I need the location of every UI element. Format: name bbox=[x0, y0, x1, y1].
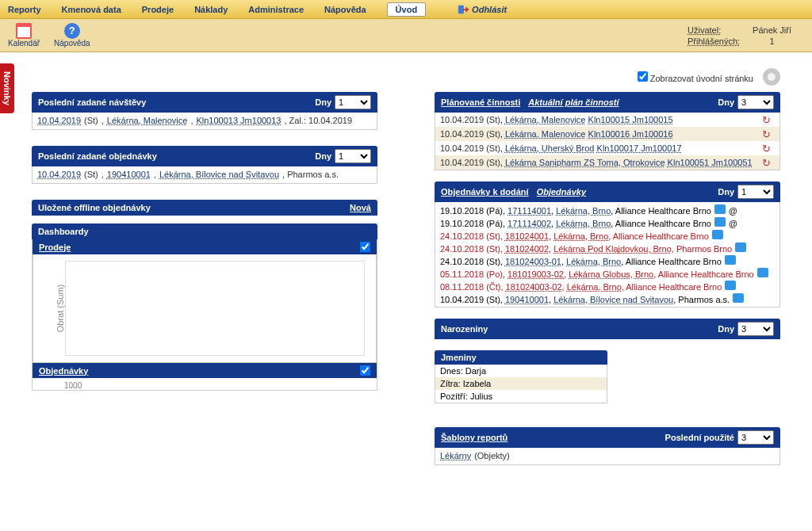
reports-count-select[interactable]: 3 bbox=[737, 430, 774, 445]
logout-icon bbox=[458, 4, 469, 15]
plan-pharmacy[interactable]: Lékárna Sanipharm ZS Toma, Otrokovice bbox=[505, 158, 665, 167]
panel-title: Poslední zadané objednávky bbox=[38, 151, 157, 161]
reports-title[interactable]: Šablony reportů bbox=[441, 433, 508, 442]
plan-code[interactable]: Kln100017 Jm100017 bbox=[597, 143, 682, 153]
deliver-pharmacy[interactable]: Lékárna, Brno bbox=[556, 206, 611, 216]
menu-uvod[interactable]: Úvod bbox=[387, 2, 427, 17]
plan-code[interactable]: Kln100051 Jm100051 bbox=[668, 158, 753, 167]
refresh-icon[interactable] bbox=[762, 128, 775, 139]
help-icon: ? bbox=[64, 23, 80, 39]
show-intro-toggle[interactable]: Zobrazovat úvodní stránku bbox=[638, 71, 753, 83]
deliver-pharmacy[interactable]: Lékárna Globus, Brno bbox=[569, 269, 653, 279]
plan-pharmacy[interactable]: Lékárna, Malenovice bbox=[505, 115, 586, 124]
menu-kmenova[interactable]: Kmenová data bbox=[62, 5, 121, 14]
panel-title: Dashboardy bbox=[38, 227, 89, 236]
status-icon[interactable] bbox=[714, 217, 726, 227]
menu-prodeje[interactable]: Prodeje bbox=[142, 5, 174, 14]
visit-pharmacy[interactable]: Lékárna, Malenovice bbox=[107, 116, 188, 125]
deliver-num[interactable]: 181024002 bbox=[505, 244, 549, 254]
logout-button[interactable]: Odhlásit bbox=[458, 4, 507, 15]
deliver-days-select[interactable]: 1 bbox=[737, 185, 774, 199]
user-name: Pánek Jiří bbox=[753, 25, 802, 35]
status-icon[interactable] bbox=[725, 281, 736, 290]
status-icon[interactable] bbox=[725, 255, 736, 265]
side-tab-news[interactable]: Novinky bbox=[0, 63, 14, 113]
birthday-days-select[interactable]: 3 bbox=[737, 322, 774, 336]
plan-row: 10.04.2019 (St), Lékárna, Uherský Brod K… bbox=[435, 141, 779, 155]
deliver-num[interactable]: 190410001 bbox=[505, 295, 549, 304]
calendar-button[interactable]: Kalendář bbox=[8, 23, 40, 48]
dash-sales-checkbox[interactable] bbox=[360, 242, 370, 252]
dash-orders-title[interactable]: Objednávky bbox=[39, 366, 88, 376]
orders-days-select[interactable]: 1 bbox=[335, 149, 371, 163]
status-icon[interactable] bbox=[733, 293, 744, 303]
menu-napoveda[interactable]: Nápověda bbox=[324, 5, 366, 14]
planned-title[interactable]: Plánované činnosti bbox=[441, 97, 520, 107]
dash-orders-checkbox[interactable] bbox=[360, 365, 370, 376]
status-icon[interactable] bbox=[714, 204, 726, 214]
plan-row: 10.04.2019 (St), Lékárna Sanipharm ZS To… bbox=[435, 155, 779, 170]
deliver-title[interactable]: Objednávky k dodání bbox=[441, 187, 529, 197]
refresh-icon[interactable] bbox=[762, 157, 775, 168]
plan-code[interactable]: Kln100015 Jm100015 bbox=[588, 115, 673, 124]
panel-dashboards: Dashboardy Prodeje Obrat (Sum) Objednávk… bbox=[32, 223, 377, 391]
visit-date[interactable]: 10.04.2019 bbox=[37, 116, 81, 125]
at-icon: @ bbox=[729, 206, 737, 216]
chart-ylabel: Obrat (Sum) bbox=[56, 285, 65, 333]
orders-tick: 1000 bbox=[33, 378, 377, 390]
menu-administrace[interactable]: Administrace bbox=[248, 5, 304, 14]
menu-reporty[interactable]: Reporty bbox=[8, 5, 41, 14]
deliver-pharmacy[interactable]: Lékárna, Brno bbox=[567, 282, 622, 292]
deliver-row: 08.11.2018 (Čt), 181024003-02, Lékárna, … bbox=[440, 280, 775, 292]
deliver-row: 19.10.2018 (Pá), 171114001, Lékárna, Brn… bbox=[440, 204, 775, 216]
deliver-pharmacy[interactable]: Lékárna, Brno bbox=[566, 257, 621, 266]
refresh-icon[interactable] bbox=[762, 143, 775, 154]
visit-day: (St) bbox=[84, 116, 98, 125]
report-suffix: (Objekty) bbox=[474, 451, 510, 460]
show-intro-checkbox[interactable] bbox=[638, 71, 648, 82]
nameday-after: Pozítří: Julius bbox=[435, 390, 607, 403]
refresh-icon[interactable] bbox=[762, 114, 775, 125]
deliver-num[interactable]: 181024001 bbox=[505, 231, 549, 241]
visits-days-select[interactable]: 1 bbox=[335, 95, 371, 109]
report-name[interactable]: Lékárny bbox=[440, 451, 471, 460]
panel-report-templates: Šablony reportů Poslední použité 3 Lékár… bbox=[435, 427, 780, 465]
panel-planned: Plánované činnosti Aktuální plán činnost… bbox=[435, 92, 780, 170]
deliver-num[interactable]: 171114001 bbox=[508, 206, 551, 216]
deliver-row: 24.10.2018 (St), 181024001, Lékárna, Brn… bbox=[440, 229, 775, 242]
user-info: Uživatel: Pánek Jiří Přihlášených: 1 bbox=[686, 24, 804, 48]
offline-new-link[interactable]: Nová bbox=[350, 203, 371, 212]
deliver-row: 24.10.2018 (St), 181024002, Lékárna Pod … bbox=[440, 242, 775, 254]
deliver-pharmacy[interactable]: Lékárna Pod Klajdovkou, Brno bbox=[553, 244, 672, 254]
deliver-num[interactable]: 181024003-02 bbox=[506, 282, 562, 292]
nameday-title: Jmeniny bbox=[435, 350, 607, 365]
deliver-num[interactable]: 181019003-02 bbox=[508, 269, 564, 279]
planned-current[interactable]: Aktuální plán činností bbox=[528, 97, 619, 107]
dash-sales-chart: Obrat (Sum) bbox=[33, 254, 377, 363]
order-date[interactable]: 10.04.2019 bbox=[37, 170, 81, 179]
plan-days-select[interactable]: 3 bbox=[737, 95, 774, 109]
dash-sales-title[interactable]: Prodeje bbox=[39, 243, 71, 252]
deliver-num[interactable]: 181024003-01 bbox=[505, 257, 561, 266]
deliver-pharmacy[interactable]: Lékárna, Brno bbox=[553, 231, 608, 241]
dny-label: Dny bbox=[315, 97, 331, 107]
status-icon[interactable] bbox=[712, 230, 723, 239]
status-icon[interactable] bbox=[757, 268, 768, 277]
logged-label: Přihlášených: bbox=[688, 36, 751, 46]
visit-code[interactable]: Kln100013 Jm100013 bbox=[196, 116, 281, 125]
help-button[interactable]: ? Nápověda bbox=[54, 23, 90, 48]
deliver-num[interactable]: 171114002 bbox=[508, 219, 551, 228]
plan-pharmacy[interactable]: Lékárna, Malenovice bbox=[505, 129, 586, 139]
deliver-row: 10.04.2019 (St), 190410001, Lékárna, Bíl… bbox=[440, 292, 775, 305]
menu-naklady[interactable]: Náklady bbox=[194, 5, 228, 14]
deliver-pharmacy[interactable]: Lékárna, Brno bbox=[556, 219, 611, 228]
calendar-icon bbox=[16, 23, 32, 39]
status-icon[interactable] bbox=[735, 243, 746, 252]
plan-pharmacy[interactable]: Lékárna, Uherský Brod bbox=[505, 143, 595, 153]
order-pharmacy[interactable]: Lékárna, Bílovice nad Svitavou bbox=[159, 170, 279, 179]
order-num[interactable]: 190410001 bbox=[107, 170, 151, 179]
plan-code[interactable]: Kln100016 Jm100016 bbox=[588, 129, 673, 139]
deliver-pharmacy[interactable]: Lékárna, Bílovice nad Svitavou bbox=[553, 295, 673, 304]
deliver-orders[interactable]: Objednávky bbox=[537, 187, 586, 197]
gear-icon[interactable] bbox=[763, 68, 780, 86]
